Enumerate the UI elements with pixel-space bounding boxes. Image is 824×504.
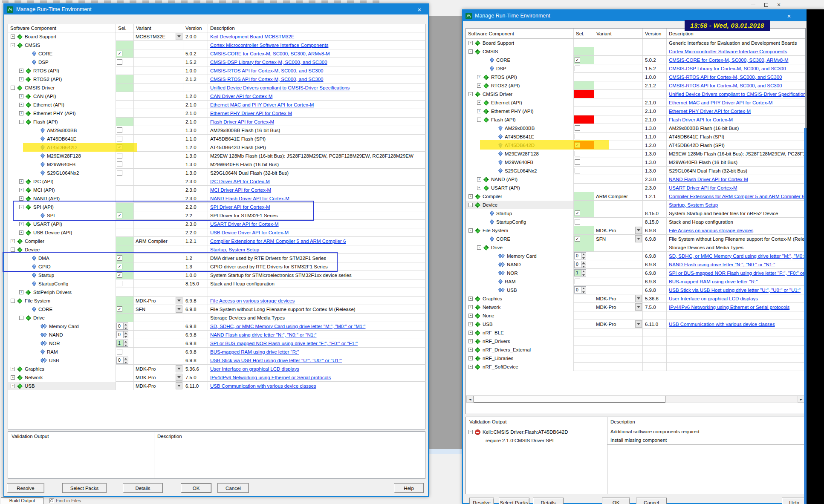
expand-toggle-icon[interactable]: - xyxy=(468,92,473,96)
component-label[interactable]: NAND (API) xyxy=(491,177,518,182)
description-link[interactable]: CMSIS-RTOS API for Cortex-M, SC000, and … xyxy=(669,75,782,80)
expand-toggle-icon[interactable]: + xyxy=(468,331,473,335)
component-label[interactable]: Graphics xyxy=(483,296,502,301)
variant-dropdown-button[interactable] xyxy=(176,382,182,389)
component-label[interactable]: S29GL064Nx2 xyxy=(505,168,537,173)
component-label[interactable]: Ethernet PHY (API) xyxy=(491,109,534,114)
table-row[interactable]: -File SystemMDK-Pro6.9.8File Access on v… xyxy=(466,226,805,235)
expand-toggle-icon[interactable]: - xyxy=(11,86,15,90)
expand-toggle-icon[interactable]: + xyxy=(19,103,23,107)
expand-toggle-icon[interactable]: - xyxy=(11,248,15,252)
table-row[interactable]: +Ethernet (API)2.1.0Ethernet MAC and PHY… xyxy=(8,101,425,109)
description-link[interactable]: Cortex Microcontroller Software Interfac… xyxy=(669,49,787,54)
description-link[interactable]: CMSIS-RTOS API for Cortex-M, SC000, and … xyxy=(210,77,323,82)
table-row[interactable]: NAND06.9.8NAND Flash using drive letter … xyxy=(8,331,425,339)
description-link[interactable]: NAND Flash Driver API for Cortex-M xyxy=(669,177,748,182)
component-checkbox[interactable] xyxy=(575,236,580,242)
table-row[interactable]: +GraphicsMDK-Pro5.36.6User Interface on … xyxy=(466,294,805,303)
variant-dropdown-button[interactable] xyxy=(176,305,182,313)
table-row[interactable]: NOR16.9.8SPI or BUS-mapped NOR Flash usi… xyxy=(466,269,805,277)
component-label[interactable]: NOR xyxy=(49,341,60,346)
table-row[interactable]: StartupConfig8.15.0Stack and Heap config… xyxy=(466,218,805,226)
instance-count-stepper[interactable]: 1 xyxy=(574,269,586,276)
table-row[interactable]: +CompilerARM Compiler1.2.1Compiler Exten… xyxy=(466,192,805,201)
table-row[interactable]: -DeviceStartup, System Setup xyxy=(8,245,425,254)
component-checkbox[interactable] xyxy=(117,161,122,167)
description-link[interactable]: CMSIS-DSP Library for Cortex-M, SC000, a… xyxy=(669,66,786,71)
component-label[interactable]: CMSIS Driver xyxy=(25,85,55,90)
component-checkbox[interactable] xyxy=(117,213,122,218)
component-label[interactable]: USB xyxy=(483,322,493,327)
table-row[interactable]: RAM6.9.8BUS-mapped RAM using drive lette… xyxy=(8,348,425,356)
stepper-down-icon[interactable] xyxy=(581,256,586,259)
instance-count-stepper[interactable]: 0 xyxy=(116,331,128,338)
component-label[interactable]: RTOS (API) xyxy=(491,75,517,80)
table-row[interactable]: CORESFN6.9.8File System without Long Fil… xyxy=(466,235,805,243)
expand-toggle-icon[interactable]: + xyxy=(19,230,23,235)
stepper-down-icon[interactable] xyxy=(581,290,586,293)
description-link[interactable]: NAND Flash Driver API for Cortex-M xyxy=(210,196,289,201)
table-row[interactable]: +Ethernet (API)2.1.0Ethernet MAC and PHY… xyxy=(466,98,805,107)
table-row[interactable]: USB06.9.8USB Stick via USB Host using dr… xyxy=(466,286,805,294)
description-link[interactable]: Flash Driver API for Cortex-M xyxy=(669,117,733,122)
component-label[interactable]: File System xyxy=(25,298,50,303)
component-label[interactable]: SPI (API) xyxy=(33,204,54,210)
component-checkbox[interactable] xyxy=(117,264,122,269)
description-link[interactable]: Unified Device Drivers compliant to CMSI… xyxy=(210,85,350,90)
component-label[interactable]: AM29x800BB xyxy=(47,128,77,133)
component-label[interactable]: nRF_Libraries xyxy=(483,356,513,361)
stepper-up-icon[interactable] xyxy=(581,270,586,273)
expand-toggle-icon[interactable]: + xyxy=(468,322,473,326)
table-row[interactable]: -CMSIS DriverUnified Device Drivers comp… xyxy=(8,84,425,92)
stepper-up-icon[interactable] xyxy=(581,261,586,264)
table-row[interactable]: +RTOS2 (API)2.1.2CMSIS-RTOS API for Cort… xyxy=(466,81,805,90)
description-link[interactable]: Startup, System Setup xyxy=(669,202,718,207)
component-label[interactable]: DMA xyxy=(38,256,49,261)
component-label[interactable]: None xyxy=(483,313,494,318)
table-row[interactable]: +CAN (API)1.2.0CAN Driver API for Cortex… xyxy=(8,92,425,101)
component-label[interactable]: USART (API) xyxy=(33,222,62,227)
validation-error-item[interactable]: − Keil::CMSIS Driver:Flash:AT45DB642D xyxy=(468,428,568,436)
variant-dropdown-button[interactable] xyxy=(635,227,642,234)
component-label[interactable]: nRF_Drivers xyxy=(483,339,510,344)
table-row[interactable]: +StdPeriph Drivers xyxy=(8,288,425,297)
component-checkbox[interactable] xyxy=(575,279,580,284)
component-checkbox[interactable] xyxy=(117,349,122,354)
component-label[interactable]: nRF_SoftDevice xyxy=(483,364,518,369)
component-checkbox[interactable] xyxy=(575,125,580,131)
expand-toggle-icon[interactable]: + xyxy=(19,179,23,184)
expand-toggle-icon[interactable]: - xyxy=(468,228,473,233)
description-link[interactable]: USB Device Driver API for Cortex-M xyxy=(210,230,289,235)
variant-dropdown-button[interactable] xyxy=(176,33,182,40)
component-label[interactable]: Board Support xyxy=(483,40,514,46)
table-row[interactable]: AT45DB642D1.2.0AT45DB642D Flash (SPI) xyxy=(466,141,805,150)
description-link[interactable]: NAND Flash using drive letter "N:", "N0:… xyxy=(669,262,775,267)
component-checkbox[interactable] xyxy=(117,170,122,176)
table-row[interactable]: +CompilerARM Compiler1.2.1Compiler Exten… xyxy=(8,237,425,245)
description-link[interactable]: Flash Driver API for Cortex-M xyxy=(210,119,274,124)
table-row[interactable]: -CMSISCortex Microcontroller Software In… xyxy=(466,47,805,56)
restore-button[interactable] xyxy=(760,1,772,9)
table-row[interactable]: +USB Device (API)2.2.0USB Device Driver … xyxy=(8,228,425,237)
component-label[interactable]: RAM xyxy=(505,279,516,284)
expand-toggle-icon[interactable]: + xyxy=(19,69,23,73)
component-label[interactable]: Board Support xyxy=(25,34,56,39)
expand-toggle-icon[interactable]: + xyxy=(19,196,23,201)
component-label[interactable]: Graphics xyxy=(25,366,44,372)
table-row[interactable]: +I2C (API)2.3.0I2C Driver API for Cortex… xyxy=(8,177,425,186)
instance-count-stepper[interactable]: 0 xyxy=(574,286,586,294)
component-label[interactable]: Ethernet (API) xyxy=(33,102,64,107)
stepper-down-icon[interactable] xyxy=(124,326,128,329)
component-checkbox[interactable] xyxy=(117,51,122,56)
instance-count-stepper[interactable]: 0 xyxy=(116,323,128,330)
component-label[interactable]: AT45DB642D xyxy=(505,143,535,148)
expand-toggle-icon[interactable]: + xyxy=(468,356,473,360)
tab-build-output[interactable]: Build Output xyxy=(1,497,43,504)
expand-toggle-icon[interactable]: + xyxy=(11,367,15,371)
description-link[interactable]: I2C Driver API for Cortex-M xyxy=(210,179,270,184)
table-row[interactable]: +Board SupportMCBSTM32E2.0.0Keil Develop… xyxy=(8,32,425,41)
description-link[interactable]: USB Communication with various device cl… xyxy=(210,383,316,389)
component-label[interactable]: M29EW28F128 xyxy=(505,151,539,156)
component-label[interactable]: USART (API) xyxy=(491,185,520,190)
description-link[interactable]: CAN Driver API for Cortex-M xyxy=(210,94,272,99)
